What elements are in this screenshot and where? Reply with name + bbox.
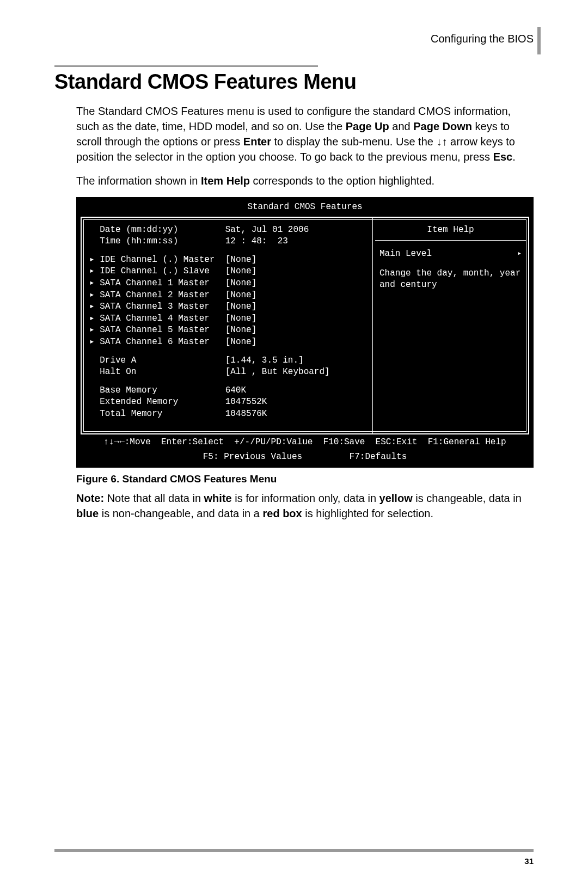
bios-help-pane: Item Help Main Level Change the day, mon… [372,218,528,433]
intro-paragraph-1: The Standard CMOS Features menu is used … [76,103,534,164]
title-rule [54,65,318,67]
header-accent-bar [537,27,541,54]
triangle-right-icon [517,248,522,260]
bios-row: ▸ SATA Channel 4 Master [None] [89,313,365,325]
bios-help-header: Item Help [375,220,526,241]
bios-row: Halt On [All , But Keyboard] [89,366,365,378]
bios-screenshot: Standard CMOS Features Date (mm:dd:yy) S… [76,197,534,468]
bios-row: Total Memory 1048576K [89,408,365,420]
header-section: Configuring the BIOS [431,33,534,45]
bios-row: ▸ SATA Channel 2 Master [None] [89,290,365,302]
bios-row: Extended Memory 1047552K [89,396,365,408]
bios-row: Date (mm:dd:yy) Sat, Jul 01 2006 [89,224,365,236]
bios-footer-1: ↑↓→←:Move Enter:Select +/-/PU/PD:Value F… [81,434,529,450]
page-title: Standard CMOS Features Menu [54,70,534,94]
bios-row: ▸ SATA Channel 6 Master [None] [89,336,365,348]
figure-caption: Figure 6. Standard CMOS Features Menu [76,473,534,485]
bios-row: ▸ IDE Channel (.) Master [None] [89,254,365,266]
bios-help-level: Main Level [379,248,522,260]
bios-footer-2: F5: Previous Values F7:Defaults [81,449,529,464]
bios-row: ▸ SATA Channel 3 Master [None] [89,301,365,313]
bios-row: ▸ IDE Channel (.) Slave [None] [89,266,365,278]
bios-frame: Date (mm:dd:yy) Sat, Jul 01 2006 Time (h… [81,217,529,434]
bios-row: ▸ SATA Channel 5 Master [None] [89,324,365,336]
note-paragraph: Note: Note that all data in white is for… [76,491,534,521]
bios-title: Standard CMOS Features [81,201,529,213]
bios-row: ▸ SATA Channel 1 Master [None] [89,278,365,290]
bios-row: Time (hh:mm:ss) 12 : 48: 23 [89,236,365,248]
bios-left-pane: Date (mm:dd:yy) Sat, Jul 01 2006 Time (h… [82,218,372,433]
bios-help-text: Change the day, month, year and century [379,268,522,291]
bios-row: Drive A [1.44, 3.5 in.] [89,355,365,367]
page-number: 31 [524,856,534,866]
bios-row: Base Memory 640K [89,385,365,397]
footer-bar [54,849,534,852]
intro-paragraph-2: The information shown in Item Help corre… [76,173,534,188]
